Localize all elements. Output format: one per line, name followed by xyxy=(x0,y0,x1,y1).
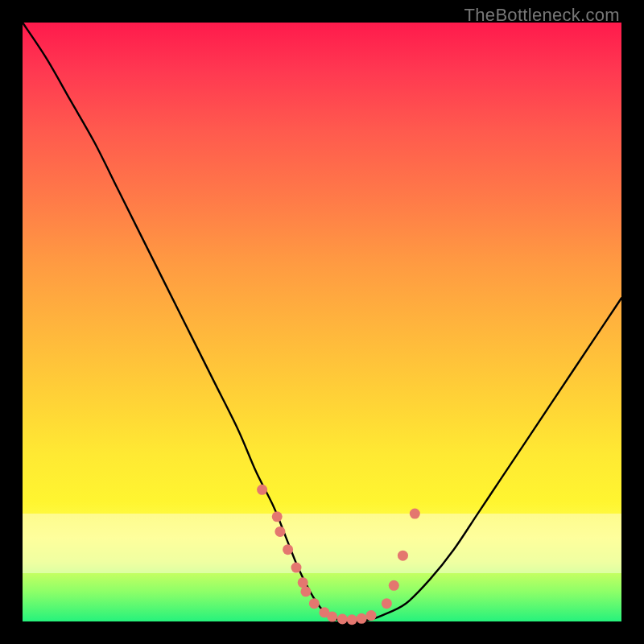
sample-dot xyxy=(357,613,367,624)
plot-area xyxy=(23,23,621,621)
sample-dot xyxy=(327,612,337,622)
sample-dot xyxy=(389,580,399,591)
bottleneck-curve xyxy=(23,23,621,621)
sample-dot xyxy=(347,614,357,625)
sample-dot xyxy=(298,577,308,588)
sample-dot xyxy=(366,610,377,621)
sample-dot xyxy=(410,509,420,519)
sample-dot xyxy=(257,485,267,495)
chart-frame: TheBottleneck.com xyxy=(0,0,644,644)
sample-dot xyxy=(291,563,302,573)
sample-dot xyxy=(300,586,311,597)
curve-svg xyxy=(23,23,621,621)
sample-dot xyxy=(309,598,320,609)
sample-dot xyxy=(398,551,408,561)
sample-dot xyxy=(275,526,285,537)
sample-dots xyxy=(257,485,420,625)
sample-dot xyxy=(337,614,348,625)
sample-dot xyxy=(283,544,293,555)
sample-dot xyxy=(382,598,392,609)
sample-dot xyxy=(272,511,283,522)
